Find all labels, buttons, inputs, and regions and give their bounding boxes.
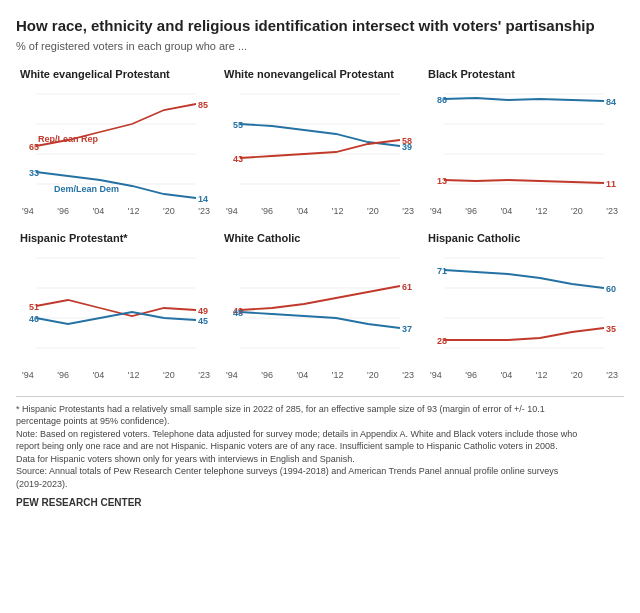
chart-area-4: 49 61 48 37 [224,248,416,368]
note: Note: Based on registered voters. Teleph… [16,428,624,441]
svg-text:49: 49 [198,306,208,316]
svg-text:71: 71 [437,266,447,276]
chart-title-3: Hispanic Protestant* [20,232,212,244]
note3: Data for Hispanic voters shown only for … [16,453,624,466]
chart-svg-0: Rep/Lean Rep 65 85 Dem/Lean Dem 33 14 [20,84,212,204]
svg-text:84: 84 [606,97,616,107]
chart-svg-5: 71 60 28 35 [428,248,620,368]
svg-text:60: 60 [606,284,616,294]
svg-text:85: 85 [198,100,208,110]
svg-text:51: 51 [29,302,39,312]
x-axis-1: '94'96'04'12'20'23 [224,206,416,216]
chart-area-3: 51 49 46 45 [20,248,212,368]
subtitle: % of registered voters in each group who… [16,40,624,52]
chart-white-catholic: White Catholic 49 61 48 37 '94'96'04'12'… [220,228,420,384]
chart-title-1: White nonevang​elical Protestant [224,68,416,80]
svg-text:Dem/Lean Dem: Dem/Lean Dem [54,184,119,194]
svg-text:28: 28 [437,336,447,346]
svg-text:55: 55 [233,120,243,130]
x-axis-0: '94'96'04'12'20'23 [20,206,212,216]
svg-text:35: 35 [606,324,616,334]
chart-svg-2: 86 84 13 11 [428,84,620,204]
chart-hispanic-catholic: Hispanic Catholic 71 60 28 35 '94'96'04'… [424,228,624,384]
svg-text:86: 86 [437,95,447,105]
footnote2: percentage points at 95% confidence). [16,415,624,428]
chart-white-evangelical: White evangelical Protestant Rep/Lean Re… [16,64,216,220]
x-axis-5: '94'96'04'12'20'23 [428,370,620,380]
chart-title-2: Black Protestant [428,68,620,80]
svg-text:48: 48 [233,308,243,318]
page-title: How race, ethnicity and religious identi… [16,16,624,36]
svg-text:14: 14 [198,194,208,204]
chart-svg-4: 49 61 48 37 [224,248,416,368]
chart-title-5: Hispanic Catholic [428,232,620,244]
chart-title-0: White evangelical Protestant [20,68,212,80]
chart-title-4: White Catholic [224,232,416,244]
charts-grid: White evangelical Protestant Rep/Lean Re… [16,64,624,384]
pew-logo: PEW RESEARCH CENTER [16,497,624,508]
source2: (2019-2023). [16,478,624,491]
svg-text:65: 65 [29,142,39,152]
chart-area-1: 55 39 43 58 [224,84,416,204]
chart-white-nonevangelical: White nonevang​elical Protestant 55 39 4… [220,64,420,220]
chart-black-protestant: Black Protestant 86 84 13 11 '94'96'04'1… [424,64,624,220]
chart-hispanic-protestant: Hispanic Protestant* 51 49 46 45 '94'96'… [16,228,216,384]
svg-text:13: 13 [437,176,447,186]
svg-text:61: 61 [402,282,412,292]
chart-area-2: 86 84 13 11 [428,84,620,204]
footnote1: * Hispanic Protestants had a relatively … [16,403,624,416]
chart-svg-1: 55 39 43 58 [224,84,416,204]
footnotes: * Hispanic Protestants had a relatively … [16,396,624,491]
x-axis-4: '94'96'04'12'20'23 [224,370,416,380]
svg-text:43: 43 [233,154,243,164]
svg-text:37: 37 [402,324,412,334]
svg-text:Rep/Lean Rep: Rep/Lean Rep [38,134,99,144]
chart-area-0: Rep/Lean Rep 65 85 Dem/Lean Dem 33 14 [20,84,212,204]
chart-area-5: 71 60 28 35 [428,248,620,368]
svg-text:33: 33 [29,168,39,178]
note2: report being only one race and are not H… [16,440,624,453]
svg-text:46: 46 [29,314,39,324]
svg-text:58: 58 [402,136,412,146]
source: Source: Annual totals of Pew Research Ce… [16,465,624,478]
svg-text:45: 45 [198,316,208,326]
svg-text:11: 11 [606,179,616,189]
x-axis-3: '94'96'04'12'20'23 [20,370,212,380]
x-axis-2: '94'96'04'12'20'23 [428,206,620,216]
chart-svg-3: 51 49 46 45 [20,248,212,368]
